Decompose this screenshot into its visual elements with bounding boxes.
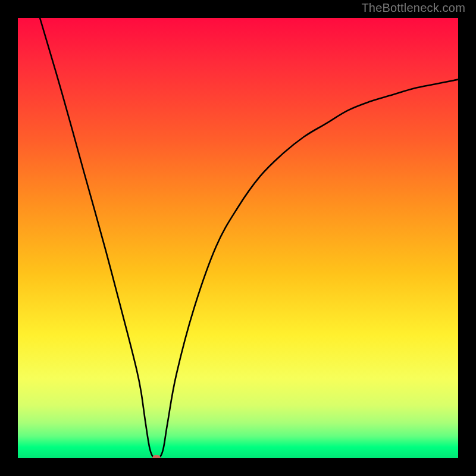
bottleneck-curve <box>40 18 458 458</box>
watermark-text: TheBottleneck.com <box>361 1 465 15</box>
curve-svg <box>18 18 458 458</box>
min-marker-icon <box>152 455 161 458</box>
chart-stage: TheBottleneck.com <box>0 0 476 476</box>
plot-area <box>18 18 458 458</box>
